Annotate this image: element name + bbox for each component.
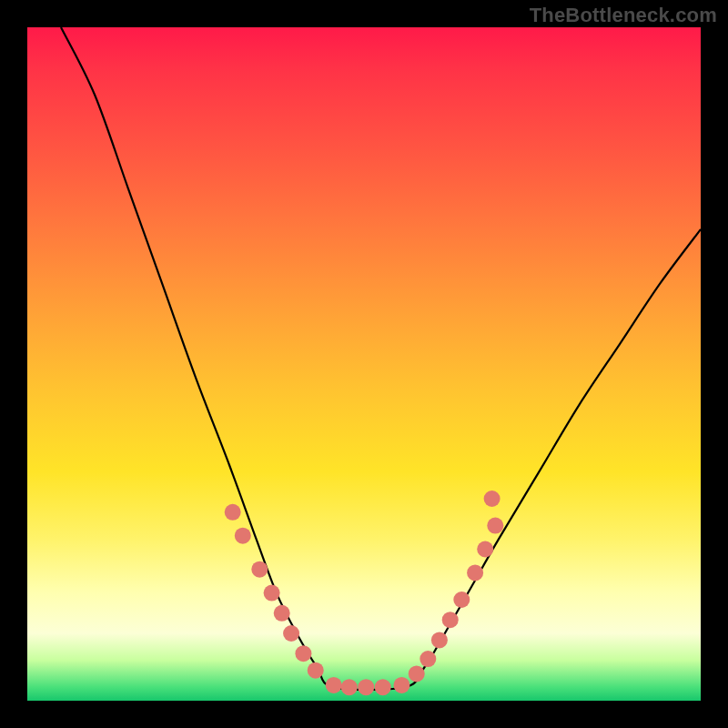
data-dot: [453, 592, 470, 608]
data-dot: [442, 612, 459, 628]
data-dot: [264, 585, 280, 602]
data-dot: [283, 625, 299, 642]
data-dot: [409, 665, 425, 682]
data-dot: [393, 677, 410, 693]
plot-area: [27, 27, 701, 701]
data-dot: [225, 504, 241, 521]
curve-layer: [27, 27, 701, 701]
data-dot: [431, 632, 448, 648]
data-dot: [467, 564, 483, 581]
data-dot: [358, 679, 374, 695]
data-dot: [375, 679, 391, 695]
data-dot: [484, 490, 500, 507]
bottleneck-curve: [61, 27, 701, 690]
data-dot: [274, 605, 290, 622]
scatter-dots: [225, 490, 504, 695]
data-dot: [477, 541, 493, 558]
data-dot: [420, 651, 436, 667]
data-dot: [251, 561, 268, 578]
watermark-label: TheBottleneck.com: [530, 4, 717, 27]
data-dot: [308, 662, 324, 679]
chart-frame: TheBottleneck.com: [0, 0, 728, 728]
data-dot: [487, 518, 503, 534]
data-dot: [235, 528, 251, 544]
data-dot: [326, 677, 342, 693]
data-dot: [341, 679, 358, 695]
data-dot: [295, 645, 311, 662]
